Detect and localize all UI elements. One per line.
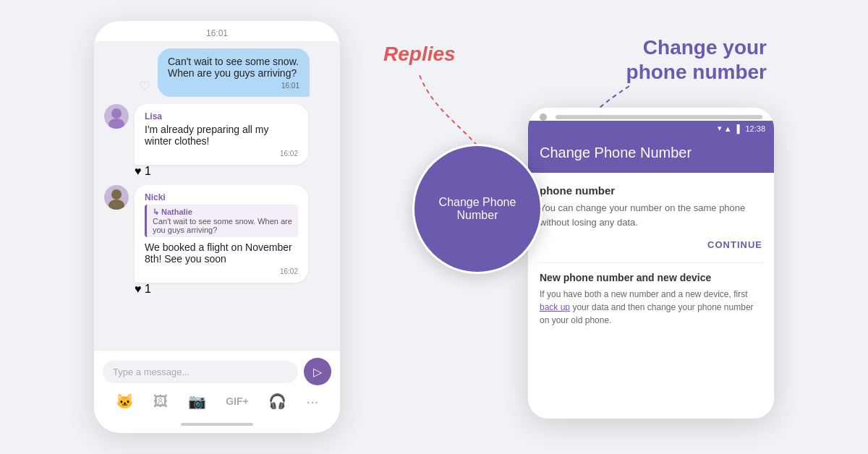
signal-icon: ▲ — [724, 124, 732, 133]
status-bar-left: 16:01 — [94, 21, 340, 41]
magnifier-circle: Change Phone Number — [412, 144, 542, 274]
message-row-lisa: Lisa I'm already preparing all my winter… — [104, 104, 330, 178]
bubble-out-text: Can't wait to see some snow. When are yo… — [168, 56, 299, 79]
section2-text: If you have both a new number and a new … — [540, 288, 762, 327]
input-placeholder: Type a message... — [113, 367, 190, 377]
reply-sender: ↳ Nathalie — [153, 207, 292, 217]
right-section: Replies Change your phone number ▾ ▲ ▐ — [369, 21, 774, 433]
svg-point-2 — [111, 189, 122, 200]
gif-icon[interactable]: GIF+ — [226, 395, 249, 407]
change-label-line2: phone number — [626, 61, 767, 83]
section2-title: New phone number and new device — [540, 272, 762, 283]
svg-point-3 — [109, 200, 124, 210]
divider — [540, 262, 762, 263]
heart-icon-out: ♡ — [139, 78, 150, 94]
send-button[interactable]: ▷ — [304, 358, 331, 385]
section1-text: You can change your number on the same p… — [540, 201, 762, 229]
status-icons: ▾ ▲ ▐ — [718, 124, 740, 133]
sender-lisa: Lisa — [145, 111, 298, 121]
phone-notch — [528, 108, 774, 121]
phone-left: 16:01 ♡ Can't wait to see some snow. Whe… — [94, 21, 340, 433]
phone-right: ▾ ▲ ▐ 12:38 Change Phone Number phone nu… — [528, 108, 774, 419]
icon-row: 🐱 🖼 📷 GIF+ 🎧 ··· — [103, 393, 331, 410]
reply-quote: ↳ Nathalie Can't wait to see some snow. … — [145, 205, 298, 237]
backup-link[interactable]: back up — [540, 302, 570, 312]
reply-text: Can't wait to see some snow. When are yo… — [153, 217, 292, 234]
emoji-icon[interactable]: 🐱 — [116, 393, 134, 410]
camera-icon[interactable]: 📷 — [188, 393, 206, 410]
avatar-lisa — [104, 104, 129, 129]
audio-icon[interactable]: 🎧 — [268, 393, 286, 410]
status-time-right: 12:38 — [745, 124, 765, 133]
heart-icon-lisa: ♥ — [135, 165, 142, 177]
heart-badge-lisa: ♥ 1 — [135, 165, 308, 178]
phone-content: phone number You can change your number … — [528, 173, 774, 419]
status-time-left: 16:01 — [206, 28, 228, 38]
section2-text-before: If you have both a new number and a new … — [540, 289, 748, 299]
sticker-icon[interactable]: 🖼 — [153, 393, 168, 410]
bubble-lisa-text: I'm already preparing all my winter clot… — [145, 124, 269, 147]
heart-icon-nicki: ♥ — [135, 283, 142, 295]
bubble-nicki-time: 16:02 — [145, 267, 298, 275]
message-row-nicki: Nicki ↳ Nathalie Can't wait to see some … — [104, 185, 330, 296]
bubble-lisa-time: 16:02 — [145, 150, 298, 158]
home-indicator — [94, 417, 340, 433]
continue-label: CONTINUE — [707, 239, 762, 250]
notch-camera — [540, 113, 547, 121]
magnifier-text: Change Phone Number — [414, 196, 540, 222]
section2-text-after: your data and then change your phone num… — [540, 302, 754, 325]
heart-count-nicki: 1 — [145, 283, 151, 295]
section1-title: phone number — [540, 184, 762, 197]
bubble-lisa: Lisa I'm already preparing all my winter… — [135, 104, 308, 165]
message-input[interactable]: Type a message... — [103, 361, 298, 383]
continue-button[interactable]: CONTINUE — [540, 229, 762, 260]
change-label: Change your phone number — [626, 35, 767, 84]
svg-point-0 — [111, 108, 122, 119]
replies-label: Replies — [383, 43, 456, 66]
input-bar: Type a message... ▷ 🐱 🖼 📷 GIF+ 🎧 ··· — [94, 350, 340, 417]
sender-nicki: Nicki — [145, 192, 298, 202]
home-bar — [181, 423, 253, 426]
wifi-icon: ▾ — [718, 124, 722, 133]
heart-count-lisa: 1 — [145, 165, 151, 177]
more-icon[interactable]: ··· — [307, 393, 319, 410]
notch-bar — [556, 115, 762, 119]
battery-icon: ▐ — [734, 124, 740, 133]
statusbar-right: ▾ ▲ ▐ 12:38 — [528, 121, 774, 136]
phone-header: Change Phone Number — [528, 136, 774, 173]
bubble-out-time: 16:01 — [168, 82, 299, 90]
heart-badge-nicki: ♥ 1 — [135, 283, 308, 296]
input-row: Type a message... ▷ — [103, 358, 331, 385]
bubble-nicki: Nicki ↳ Nathalie Can't wait to see some … — [135, 185, 308, 283]
avatar-nicki — [104, 185, 129, 210]
change-label-line1: Change your — [643, 36, 767, 59]
magnifier-inner: Change Phone Number — [414, 146, 540, 272]
bubble-nicki-text: We booked a flight on November 8th! See … — [145, 241, 292, 265]
svg-point-1 — [109, 119, 124, 129]
phone-header-title: Change Phone Number — [540, 145, 762, 161]
bubble-outgoing: Can't wait to see some snow. When are yo… — [158, 48, 310, 97]
chat-area: ♡ Can't wait to see some snow. When are … — [94, 41, 340, 350]
